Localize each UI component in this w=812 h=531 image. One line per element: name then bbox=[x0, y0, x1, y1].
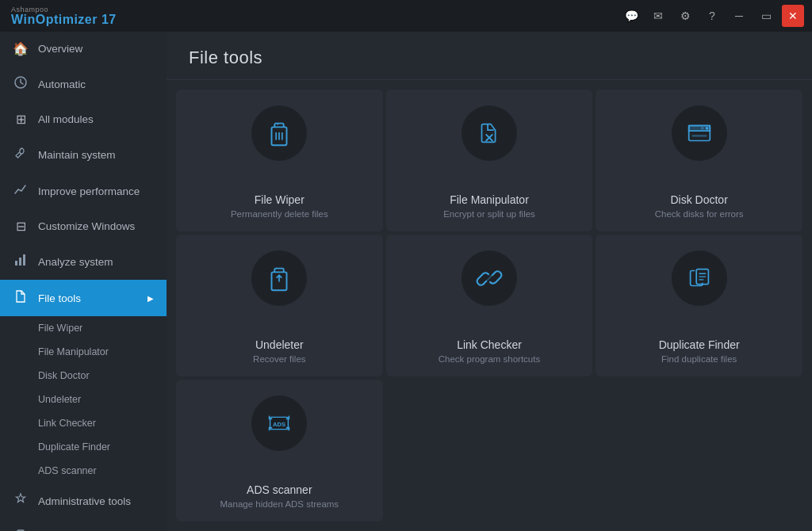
sidebar-label-analyze: Analyze system bbox=[38, 256, 113, 268]
close-button[interactable]: ✕ bbox=[782, 5, 804, 27]
submenu-duplicate-finder[interactable]: Duplicate Finder bbox=[0, 435, 167, 459]
tool-card-duplicate-finder[interactable]: Duplicate Finder Find duplicate files bbox=[596, 235, 802, 376]
submenu-undeleter[interactable]: Undeleter bbox=[0, 388, 167, 411]
tool-card-undeleter[interactable]: Undeleter Recover files bbox=[176, 235, 383, 376]
content-header: File tools bbox=[167, 32, 812, 80]
sidebar-item-analyze-system[interactable]: Analyze system bbox=[0, 243, 167, 280]
sidebar-label-admin: Administrative tools bbox=[38, 495, 131, 507]
svg-rect-14 bbox=[691, 135, 707, 137]
link-checker-icon-container bbox=[462, 250, 517, 306]
tools-grid: File Wiper Permanently delete files File… bbox=[167, 80, 812, 531]
submenu-file-manipulator[interactable]: File Manipulator bbox=[0, 340, 167, 364]
file-wiper-name: File Wiper bbox=[255, 193, 304, 206]
sidebar-label-all-modules: All modules bbox=[38, 113, 94, 125]
ads-scanner-desc: Manage hidden ADS streams bbox=[220, 499, 339, 509]
ads-scanner-icon: ADS bbox=[264, 408, 294, 438]
link-checker-desc: Check program shortcuts bbox=[439, 354, 540, 364]
sidebar-item-automatic[interactable]: Automatic bbox=[0, 66, 167, 102]
help-icon[interactable]: ? bbox=[701, 5, 723, 27]
sidebar-item-file-tools[interactable]: File tools ▶ bbox=[0, 280, 167, 316]
grid-icon: ⊞ bbox=[13, 112, 29, 127]
duplicate-finder-icon bbox=[684, 263, 714, 293]
undeleter-icon bbox=[264, 263, 294, 293]
svg-point-13 bbox=[701, 127, 704, 130]
disk-doctor-name: Disk Doctor bbox=[670, 193, 727, 206]
file-manipulator-name: File Manipulator bbox=[450, 193, 529, 206]
brand-main: WinOptimizer 17 bbox=[11, 13, 117, 26]
file-manipulator-icon bbox=[474, 118, 504, 148]
duplicate-finder-desc: Find duplicate files bbox=[661, 354, 737, 364]
duplicate-finder-icon-container bbox=[672, 250, 727, 306]
sidebar-label-overview: Overview bbox=[38, 43, 82, 55]
disk-doctor-icon-container bbox=[672, 105, 727, 161]
ads-scanner-icon-container: ADS bbox=[251, 395, 307, 451]
undeleter-name: Undeleter bbox=[255, 338, 304, 351]
admin-icon bbox=[13, 492, 29, 510]
svg-rect-2 bbox=[19, 258, 21, 266]
content-area: File tools File Wiper Permanently delete bbox=[167, 32, 812, 531]
wrench-icon bbox=[13, 146, 29, 163]
sidebar-item-all-modules[interactable]: ⊞ All modules bbox=[0, 102, 167, 136]
link-checker-name: Link Checker bbox=[457, 338, 522, 351]
app-logo: Ashampoo WinOptimizer 17 bbox=[11, 6, 117, 26]
undeleter-icon-container bbox=[251, 250, 307, 306]
mail-icon[interactable]: ✉ bbox=[647, 5, 669, 27]
tool-card-file-wiper[interactable]: File Wiper Permanently delete files bbox=[176, 90, 383, 231]
chat-icon[interactable]: 💬 bbox=[620, 5, 642, 27]
main-layout: 🏠 Overview Automatic ⊞ All modules Maint… bbox=[0, 32, 812, 531]
sidebar-item-customize-windows[interactable]: ⊟ Customize Windows bbox=[0, 209, 167, 243]
maximize-button[interactable]: ▭ bbox=[755, 5, 777, 27]
sidebar-label-customize: Customize Windows bbox=[38, 220, 135, 232]
analyze-icon bbox=[13, 253, 29, 270]
sidebar-label-automatic: Automatic bbox=[38, 78, 86, 90]
tool-card-link-checker[interactable]: Link Checker Check program shortcuts bbox=[386, 235, 593, 376]
svg-rect-1 bbox=[15, 261, 17, 266]
tool-card-ads-scanner[interactable]: ADS ADS scanner Manage hidden ADS stream… bbox=[176, 380, 383, 521]
page-title: File tools bbox=[189, 48, 790, 68]
link-checker-icon bbox=[474, 263, 504, 293]
sidebar-label-file-tools: File tools bbox=[38, 292, 81, 304]
sidebar-item-administrative-tools[interactable]: Administrative tools bbox=[0, 483, 167, 519]
submenu-ads-scanner[interactable]: ADS scanner bbox=[0, 459, 167, 483]
home-icon: 🏠 bbox=[13, 41, 29, 56]
sidebar-item-maintain-system[interactable]: Maintain system bbox=[0, 136, 167, 173]
settings-icon[interactable]: ⚙ bbox=[674, 5, 696, 27]
sidebar-item-backups[interactable]: Backups bbox=[0, 519, 167, 531]
sidebar-label-improve: Improve performance bbox=[38, 185, 140, 197]
submenu-file-wiper[interactable]: File Wiper bbox=[0, 316, 167, 340]
file-manipulator-icon-container bbox=[462, 105, 517, 161]
chevron-right-icon: ▶ bbox=[147, 294, 154, 303]
titlebar: Ashampoo WinOptimizer 17 💬 ✉ ⚙ ? ─ ▭ ✕ bbox=[0, 0, 812, 32]
app-brand: Ashampoo WinOptimizer 17 bbox=[11, 6, 117, 26]
tool-card-disk-doctor[interactable]: Disk Doctor Check disks for errors bbox=[596, 90, 802, 231]
svg-line-16 bbox=[486, 275, 492, 281]
submenu-disk-doctor[interactable]: Disk Doctor bbox=[0, 364, 167, 388]
file-manipulator-desc: Encrypt or split up files bbox=[443, 209, 535, 219]
window-controls: 💬 ✉ ⚙ ? ─ ▭ ✕ bbox=[620, 5, 804, 27]
tool-card-file-manipulator[interactable]: File Manipulator Encrypt or split up fil… bbox=[386, 90, 593, 231]
svg-point-12 bbox=[705, 127, 708, 130]
file-wiper-desc: Permanently delete files bbox=[231, 209, 328, 219]
minimize-button[interactable]: ─ bbox=[728, 5, 750, 27]
svg-rect-3 bbox=[23, 254, 25, 266]
sidebar: 🏠 Overview Automatic ⊞ All modules Maint… bbox=[0, 32, 167, 531]
disk-doctor-desc: Check disks for errors bbox=[655, 209, 744, 219]
submenu-link-checker[interactable]: Link Checker bbox=[0, 411, 167, 435]
automatic-icon bbox=[13, 75, 29, 93]
undeleter-desc: Recover files bbox=[253, 354, 305, 364]
sidebar-item-improve-performance[interactable]: Improve performance bbox=[0, 173, 167, 209]
customize-icon: ⊟ bbox=[13, 219, 29, 234]
sidebar-item-overview[interactable]: 🏠 Overview bbox=[0, 32, 167, 66]
performance-icon bbox=[13, 182, 29, 200]
disk-doctor-icon bbox=[684, 118, 714, 148]
file-wiper-icon-container bbox=[251, 105, 307, 161]
file-wiper-icon bbox=[264, 118, 294, 148]
file-tools-icon bbox=[13, 289, 29, 307]
ads-scanner-name: ADS scanner bbox=[247, 483, 312, 496]
duplicate-finder-name: Duplicate Finder bbox=[659, 338, 740, 351]
svg-text:ADS: ADS bbox=[273, 421, 285, 428]
sidebar-label-maintain: Maintain system bbox=[38, 149, 116, 161]
